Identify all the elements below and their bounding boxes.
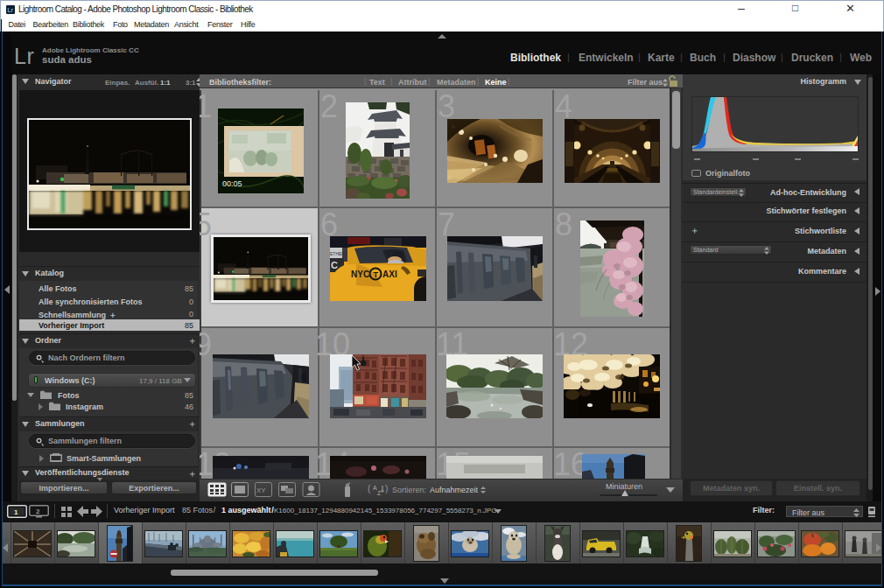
svg-text:Lr: Lr	[8, 7, 14, 13]
svg-text:XY: XY	[256, 486, 266, 494]
svg-text:2: 2	[36, 508, 40, 515]
svg-text:1: 1	[14, 508, 18, 516]
svg-text:AXI: AXI	[382, 270, 397, 279]
svg-text:00:05: 00:05	[222, 179, 242, 188]
svg-text:C: C	[331, 260, 338, 270]
svg-text:NYC: NYC	[351, 270, 369, 279]
svg-text:T: T	[374, 270, 379, 279]
svg-text:ETHERS: ETHERS	[330, 251, 348, 256]
